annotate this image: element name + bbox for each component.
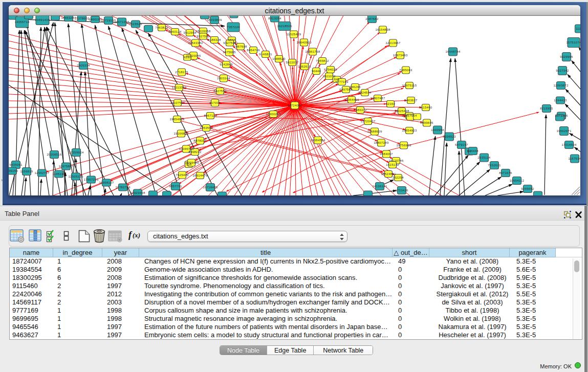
svg-text:16033809: 16033809 (207, 18, 222, 21)
svg-text:2935114: 2935114 (477, 156, 490, 159)
svg-text:9463627: 9463627 (404, 99, 418, 102)
svg-text:8878334: 8878334 (193, 139, 207, 142)
svg-text:10688609: 10688609 (367, 130, 382, 133)
svg-text:1167534: 1167534 (568, 157, 580, 160)
svg-text:5822037: 5822037 (286, 61, 299, 64)
svg-text:7625402: 7625402 (176, 173, 189, 177)
svg-text:9084067: 9084067 (380, 152, 393, 156)
svg-text:9435061: 9435061 (9, 163, 23, 166)
svg-text:9245652: 9245652 (521, 187, 534, 190)
svg-text:10025438: 10025438 (394, 110, 409, 113)
svg-text:18524861: 18524861 (381, 172, 396, 176)
svg-text:2905334: 2905334 (77, 64, 90, 67)
svg-text:18807249: 18807249 (374, 141, 388, 144)
svg-text:11325419: 11325419 (287, 33, 301, 36)
svg-text:12942757: 12942757 (34, 171, 49, 174)
svg-text:15278602: 15278602 (74, 17, 89, 20)
svg-text:19654923: 19654923 (169, 118, 184, 121)
svg-text:9242848: 9242848 (220, 63, 233, 66)
svg-text:16671355: 16671355 (114, 20, 129, 24)
svg-text:7463822: 7463822 (155, 26, 168, 29)
svg-text:8454749: 8454749 (247, 49, 260, 52)
svg-text:9857791: 9857791 (169, 185, 182, 188)
svg-text:6498222: 6498222 (188, 150, 202, 154)
svg-text:17957225: 17957225 (83, 178, 98, 181)
svg-text:14957564: 14957564 (402, 114, 417, 117)
svg-text:10973493: 10973493 (393, 54, 407, 57)
svg-text:7357224: 7357224 (227, 26, 240, 29)
svg-text:10807487: 10807487 (370, 97, 385, 100)
svg-text:6466160: 6466160 (89, 18, 102, 21)
svg-text:20206516: 20206516 (47, 153, 61, 156)
svg-text:15751074: 15751074 (566, 41, 580, 44)
svg-text:16154838: 16154838 (375, 28, 390, 31)
svg-text:19166827: 19166827 (173, 132, 188, 135)
svg-text:14055714: 14055714 (14, 20, 29, 24)
svg-text:8427552: 8427552 (213, 90, 227, 93)
svg-text:7632621: 7632621 (488, 164, 501, 167)
svg-text:1156819: 1156819 (20, 170, 33, 173)
svg-text:19756928: 19756928 (396, 144, 411, 147)
svg-text:3824554: 3824554 (358, 91, 372, 94)
svg-text:19384554: 19384554 (310, 139, 325, 142)
svg-text:f: f (128, 230, 133, 240)
svg-text:12093872: 12093872 (553, 84, 568, 87)
svg-text:0899695: 0899695 (420, 121, 433, 124)
svg-text:2718176: 2718176 (175, 71, 188, 74)
svg-text:1244413: 1244413 (554, 99, 567, 102)
svg-text:15300215: 15300215 (266, 113, 280, 116)
svg-text:8660124: 8660124 (168, 30, 182, 33)
svg-text:2087682: 2087682 (365, 17, 379, 20)
svg-text:10654112: 10654112 (510, 179, 525, 182)
svg-text:8938923: 8938923 (443, 135, 456, 138)
svg-text:12213967: 12213967 (385, 41, 400, 45)
svg-text:9329966: 9329966 (560, 55, 573, 58)
svg-text:16914479: 16914479 (192, 174, 207, 177)
svg-text:3675685: 3675685 (223, 51, 236, 54)
svg-text:8215955: 8215955 (540, 107, 553, 110)
svg-text:9146821: 9146821 (259, 53, 272, 56)
svg-text:1112: 1112 (576, 27, 580, 30)
svg-text:19716485: 19716485 (203, 186, 217, 189)
svg-text:1145194: 1145194 (52, 172, 65, 176)
svg-text:15226058: 15226058 (195, 30, 210, 33)
svg-text:18724007: 18724007 (287, 104, 302, 107)
svg-text:16782759: 16782759 (115, 186, 130, 189)
svg-text:1353594: 1353594 (200, 126, 213, 129)
svg-text:19654923: 19654923 (402, 129, 417, 132)
svg-text:17359924: 17359924 (69, 151, 83, 154)
svg-text:2803144: 2803144 (217, 77, 230, 80)
svg-text:8471676: 8471676 (499, 171, 512, 174)
svg-text:12505135: 12505135 (68, 175, 83, 178)
svg-text:1440954: 1440954 (431, 128, 444, 132)
svg-text:8967110: 8967110 (204, 114, 216, 117)
svg-text:9777169: 9777169 (335, 80, 349, 83)
svg-text:9115460: 9115460 (419, 106, 432, 109)
svg-text:252254: 252254 (393, 176, 404, 179)
svg-text:1362615: 1362615 (298, 65, 311, 68)
svg-text:6794028: 6794028 (324, 68, 337, 71)
svg-text:6479197: 6479197 (455, 143, 468, 146)
svg-text:10107552: 10107552 (170, 101, 185, 104)
svg-text:62160: 62160 (386, 102, 396, 105)
svg-text:1071066: 1071066 (555, 114, 568, 117)
svg-text:12213389: 12213389 (171, 86, 186, 89)
svg-text:14136141: 14136141 (372, 185, 387, 188)
svg-text:9390: 9390 (184, 56, 191, 59)
svg-text:8186328: 8186328 (208, 38, 221, 41)
svg-text:14099489: 14099489 (184, 161, 199, 164)
svg-text:7986372: 7986372 (354, 108, 367, 112)
svg-text:19692971: 19692971 (556, 129, 571, 133)
svg-text:10958107: 10958107 (99, 181, 114, 184)
svg-text:2867608: 2867608 (234, 45, 247, 48)
svg-text:90448: 90448 (312, 70, 321, 73)
svg-text:16120746: 16120746 (388, 159, 403, 162)
svg-text:7955812: 7955812 (316, 59, 329, 62)
svg-text:20364456: 20364456 (344, 98, 359, 101)
svg-text:974444: 974444 (467, 149, 478, 152)
svg-text:8813054: 8813054 (268, 17, 281, 20)
svg-text:20691406: 20691406 (35, 18, 50, 21)
svg-text:10975867: 10975867 (58, 165, 73, 168)
svg-text:12975115: 12975115 (402, 84, 417, 87)
svg-text:16648784: 16648784 (445, 50, 460, 53)
